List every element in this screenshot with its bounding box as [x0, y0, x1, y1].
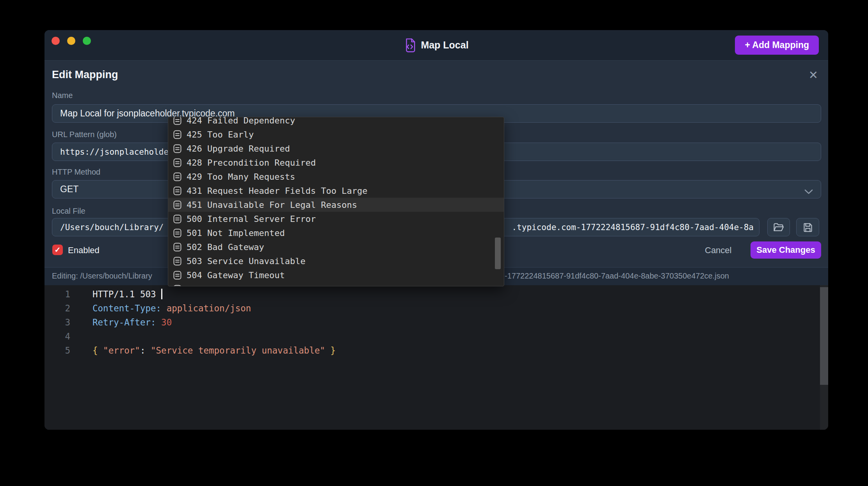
status-doc-icon	[173, 117, 181, 125]
add-mapping-button[interactable]: + Add Mapping	[735, 36, 819, 55]
map-local-file-icon	[404, 38, 416, 53]
status-option-505[interactable]: 505 HTTP Version Not Supported	[168, 282, 504, 286]
status-doc-icon	[173, 200, 181, 209]
status-option-label: 426 Upgrade Required	[187, 144, 290, 154]
status-option-503[interactable]: 503 Service Unavailable	[168, 254, 504, 268]
editor-lines: 1HTTP/1.1 503 2Content-Type: application…	[44, 287, 816, 357]
status-doc-icon	[173, 229, 181, 238]
status-option-label: 505 HTTP Version Not Supported	[187, 284, 342, 287]
status-option-428[interactable]: 428 Precondition Required	[168, 155, 504, 170]
save-changes-button[interactable]: Save Changes	[751, 241, 821, 259]
editor-line-3[interactable]: 3Retry-After: 30	[44, 315, 816, 329]
window-title: Map Local	[421, 39, 468, 51]
close-panel-icon[interactable]: ✕	[809, 70, 818, 81]
line-code: Content-Type: application/json	[70, 301, 251, 315]
status-option-500[interactable]: 500 Internal Server Error	[168, 212, 504, 226]
enabled-label: Enabled	[68, 245, 100, 256]
line-number: 1	[44, 287, 70, 301]
line-number: 2	[44, 301, 70, 315]
editor-line-2[interactable]: 2Content-Type: application/json	[44, 301, 816, 315]
local-file-value-left: /Users/bouch/Library/	[60, 223, 164, 232]
status-doc-icon	[173, 257, 181, 266]
status-option-label: 502 Bad Gateway	[187, 242, 264, 252]
editor-line-1[interactable]: 1HTTP/1.1 503	[44, 287, 816, 301]
line-number: 4	[44, 329, 70, 343]
line-number: 5	[44, 343, 70, 357]
status-option-label: 425 Too Early	[187, 130, 254, 139]
status-doc-icon	[173, 214, 181, 223]
dropdown-scrollbar-thumb[interactable]	[495, 238, 501, 269]
line-code	[70, 329, 92, 343]
status-code-list: 424 Failed Dependency425 Too Early426 Up…	[168, 117, 504, 286]
status-option-426[interactable]: 426 Upgrade Required	[168, 141, 504, 155]
text-cursor	[161, 289, 162, 299]
status-option-label: 504 Gateway Timeout	[187, 270, 285, 280]
editor-line-5[interactable]: 5{ "error": "Service temporarily unavail…	[44, 343, 816, 357]
enabled-checkbox[interactable]: ✓	[52, 245, 63, 255]
status-doc-icon	[173, 186, 181, 195]
status-doc-icon	[173, 172, 181, 181]
status-option-501[interactable]: 501 Not Implemented	[168, 226, 504, 240]
status-doc-icon	[173, 285, 181, 287]
status-option-label: 424 Failed Dependency	[187, 117, 295, 125]
local-file-label: Local File	[52, 207, 85, 216]
status-code-dropdown: 424 Failed Dependency425 Too Early426 Up…	[168, 117, 504, 286]
browse-file-button[interactable]	[767, 218, 790, 236]
status-option-label: 501 Not Implemented	[187, 228, 285, 238]
status-doc-icon	[173, 271, 181, 280]
status-option-502[interactable]: 502 Bad Gateway	[168, 240, 504, 254]
editor-scrollbar[interactable]	[820, 285, 828, 430]
line-number: 3	[44, 315, 70, 329]
folder-open-icon	[773, 223, 784, 232]
status-option-label: 428 Precondition Required	[187, 158, 316, 168]
editing-path-right: -1772224815687-91df4c80-7aad-404e-8abe-3…	[505, 272, 729, 281]
editor-scrollbar-thumb[interactable]	[820, 287, 828, 385]
status-option-424[interactable]: 424 Failed Dependency	[168, 117, 504, 127]
editing-path-left: Editing: /Users/bouch/Library	[52, 272, 152, 281]
editor-line-4[interactable]: 4	[44, 329, 816, 343]
window-title-group: Map Local	[44, 30, 828, 60]
status-option-label: 429 Too Many Requests	[187, 172, 295, 182]
status-doc-icon	[173, 158, 181, 167]
http-method-value: GET	[60, 184, 78, 195]
save-file-button[interactable]	[796, 218, 819, 236]
status-option-label: 503 Service Unavailable	[187, 256, 306, 266]
save-disk-icon	[803, 222, 813, 232]
status-doc-icon	[173, 243, 181, 252]
status-option-431[interactable]: 431 Request Header Fields Too Large	[168, 184, 504, 198]
status-option-label: 451 Unavailable For Legal Reasons	[187, 200, 357, 210]
cancel-button[interactable]: Cancel	[705, 245, 731, 256]
status-option-451[interactable]: 451 Unavailable For Legal Reasons	[168, 198, 504, 212]
local-file-value-right: .typicode.com-1772224815687-91df4c80-7aa…	[512, 223, 754, 232]
name-label: Name	[52, 91, 73, 100]
url-pattern-value: https://jsonplaceholde	[60, 147, 169, 157]
code-editor[interactable]: 1HTTP/1.1 503 2Content-Type: application…	[44, 285, 828, 430]
title-bar: Map Local + Add Mapping	[44, 30, 828, 61]
status-doc-icon	[173, 130, 181, 139]
panel-title: Edit Mapping	[52, 69, 118, 81]
status-option-504[interactable]: 504 Gateway Timeout	[168, 268, 504, 282]
status-doc-icon	[173, 144, 181, 153]
app-window: Map Local + Add Mapping Edit Mapping ✕ N…	[44, 30, 828, 430]
line-code: { "error": "Service temporarily unavaila…	[70, 343, 336, 357]
url-pattern-label: URL Pattern (glob)	[52, 130, 117, 139]
status-option-label: 500 Internal Server Error	[187, 214, 316, 224]
http-method-label: HTTP Method	[52, 168, 100, 177]
line-code: Retry-After: 30	[70, 315, 172, 329]
chevron-down-icon	[804, 186, 813, 197]
status-option-425[interactable]: 425 Too Early	[168, 127, 504, 141]
status-option-label: 431 Request Header Fields Too Large	[187, 186, 368, 196]
status-option-429[interactable]: 429 Too Many Requests	[168, 170, 504, 184]
line-code: HTTP/1.1 503	[70, 287, 162, 301]
